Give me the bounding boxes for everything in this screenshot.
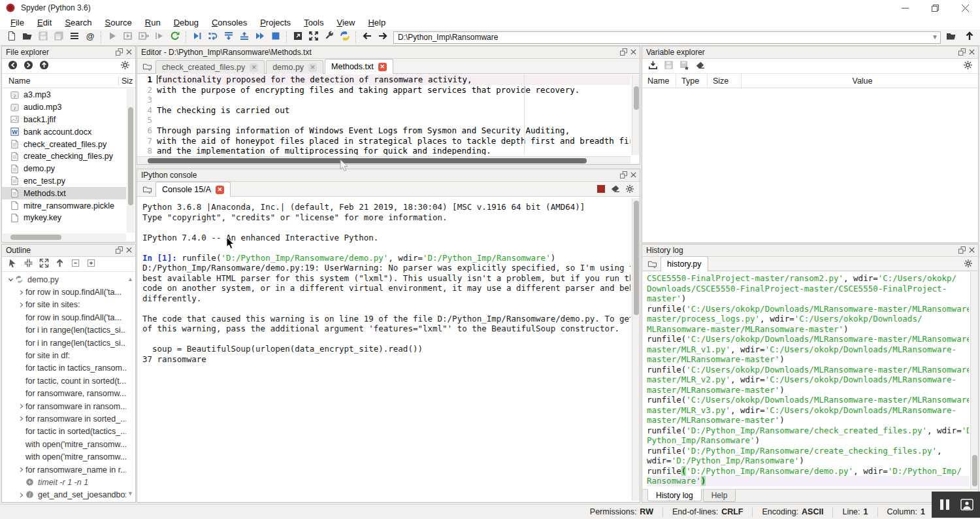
scroll-down-icon[interactable]: ▼: [127, 490, 133, 497]
column-header-size[interactable]: Size: [708, 74, 742, 88]
interrupt-kernel-icon[interactable]: [596, 184, 606, 196]
menu-projects[interactable]: Projects: [253, 16, 297, 29]
expander-icon[interactable]: [16, 415, 25, 422]
save-button[interactable]: [35, 30, 51, 44]
save-data-button[interactable]: [661, 59, 676, 73]
debug-button[interactable]: [189, 30, 205, 44]
run-cell-advance-button[interactable]: [136, 30, 152, 44]
close-pane-icon[interactable]: [125, 46, 133, 58]
column-header-value[interactable]: Value: [742, 74, 978, 88]
file-row[interactable]: mykey.key: [2, 212, 126, 224]
editor-content[interactable]: 1functionality proposed for the detectio…: [137, 75, 630, 155]
forward-button[interactable]: [375, 30, 391, 44]
parent-dir-button[interactable]: [962, 30, 977, 44]
outline-item[interactable]: for tactic in sorted(tactics_...: [2, 426, 126, 438]
bottom-tab-history-log[interactable]: History log: [647, 489, 702, 501]
bottom-tab-help[interactable]: Help: [703, 490, 736, 502]
restore-button[interactable]: [920, 0, 950, 16]
outline-item[interactable]: for site in df:: [2, 349, 126, 361]
outline-item[interactable]: timeit -r 1 -n 1: [2, 476, 126, 488]
outline-item[interactable]: for ransomware_name in r...: [2, 463, 126, 476]
column-header-name[interactable]: Name: [642, 74, 676, 88]
outline-item[interactable]: for row in soup.findAll('ta...: [2, 311, 126, 324]
file-row[interactable]: demo.py: [2, 163, 126, 175]
column-header-size[interactable]: Siz: [118, 76, 135, 86]
back-button[interactable]: [359, 30, 375, 44]
menu-run[interactable]: Run: [139, 16, 167, 29]
console-tab[interactable]: Console 15/A✕: [155, 182, 231, 197]
close-pane-icon[interactable]: [630, 169, 637, 181]
collapse-sel-button[interactable]: [20, 257, 36, 271]
file-row[interactable]: ♪a3.mp3: [2, 89, 126, 101]
file-row[interactable]: mitre_ransomware.pickle: [2, 199, 126, 212]
close-tab-icon[interactable]: ✕: [216, 186, 224, 194]
console-vscrollbar[interactable]: [632, 198, 640, 501]
history-vscrollbar[interactable]: [970, 272, 978, 489]
close-pane-icon[interactable]: [968, 46, 975, 58]
minimize-button[interactable]: [890, 0, 920, 16]
collapse-all-button[interactable]: [67, 257, 83, 271]
close-pane-icon[interactable]: [125, 244, 133, 256]
chevron-down-icon[interactable]: ▼: [932, 33, 938, 41]
pause-recording-button[interactable]: [936, 496, 953, 513]
python-path-button[interactable]: [337, 30, 353, 44]
debug-step-out-button[interactable]: [237, 30, 252, 44]
browse-tabs-icon[interactable]: [139, 59, 155, 73]
outline-item[interactable]: for site in sites:: [2, 299, 126, 311]
undock-icon[interactable]: [116, 46, 123, 58]
menu-tools[interactable]: Tools: [297, 16, 330, 29]
open-file-button[interactable]: [20, 30, 35, 44]
undock-icon[interactable]: [958, 46, 966, 58]
debug-continue-button[interactable]: [252, 30, 268, 44]
eraser-button[interactable]: [692, 59, 708, 73]
undock-icon[interactable]: [116, 244, 123, 256]
options-gear-icon[interactable]: [625, 184, 634, 196]
symbol-finder-button[interactable]: @: [82, 30, 98, 44]
expander-icon[interactable]: [16, 289, 25, 296]
menu-view[interactable]: View: [330, 16, 361, 29]
goto-cursor-button[interactable]: [5, 257, 20, 271]
file-row[interactable]: Methods.txt: [2, 187, 126, 199]
outline-item[interactable]: for tactic, count in sorted(t...: [2, 375, 126, 387]
browse-tabs-icon[interactable]: [139, 182, 155, 196]
browse-tabs-icon[interactable]: [644, 256, 661, 271]
options-gear-button[interactable]: [960, 59, 975, 73]
new-file-button[interactable]: [4, 30, 20, 44]
import-data-button[interactable]: [645, 59, 661, 73]
menu-consoles[interactable]: Consoles: [205, 16, 253, 29]
options-gear-icon[interactable]: [964, 259, 973, 271]
save-all-button[interactable]: [51, 30, 67, 44]
expand-sel-button[interactable]: [36, 257, 52, 271]
file-row[interactable]: check_created_files.py: [2, 138, 126, 150]
outline-item[interactable]: for ransomware, ransomw...: [2, 388, 126, 400]
outline-item[interactable]: with open('mitre_ransomw...: [2, 450, 126, 463]
preferences-button[interactable]: [321, 30, 337, 44]
file-row[interactable]: create_checking_files.py: [2, 150, 126, 163]
rerun-button[interactable]: [167, 30, 183, 44]
outline-item[interactable]: with open('mitre_ransomw...: [2, 438, 126, 450]
fullscreen-button[interactable]: [306, 30, 321, 44]
fx-parent-button[interactable]: [36, 59, 52, 73]
outline-item[interactable]: for ransomware in sorted_...: [2, 412, 126, 425]
column-header-name[interactable]: Name: [2, 76, 118, 86]
clear-console-icon[interactable]: [611, 184, 620, 196]
undock-icon[interactable]: [620, 169, 627, 181]
working-directory-input[interactable]: [393, 31, 941, 44]
file-row[interactable]: ♪audio.mp3: [2, 101, 126, 114]
menu-search[interactable]: Search: [58, 16, 98, 29]
menu-source[interactable]: Source: [99, 16, 139, 29]
fx-next-button[interactable]: [20, 59, 36, 73]
close-button[interactable]: [950, 0, 980, 16]
console-content[interactable]: Python 3.6.8 |Anaconda, Inc.| (default, …: [137, 198, 630, 501]
history-content[interactable]: CSCE5550-FinalProject-master/ransom2.py'…: [642, 272, 969, 489]
menu-help[interactable]: Help: [361, 16, 392, 29]
editor-tab[interactable]: Methods.txt✕: [325, 59, 393, 74]
outline-item[interactable]: for ransomware in ransom...: [2, 400, 126, 412]
debug-step-button[interactable]: [205, 30, 221, 44]
debug-stop-button[interactable]: [268, 30, 284, 44]
editor-vscrollbar[interactable]: [632, 75, 640, 155]
outline-item[interactable]: for i in range(len(tactics_si...: [2, 337, 126, 349]
file-row[interactable]: Wbank account.docx: [2, 126, 126, 138]
close-tab-icon[interactable]: ✕: [250, 63, 258, 72]
debug-step-into-button[interactable]: [221, 30, 237, 44]
